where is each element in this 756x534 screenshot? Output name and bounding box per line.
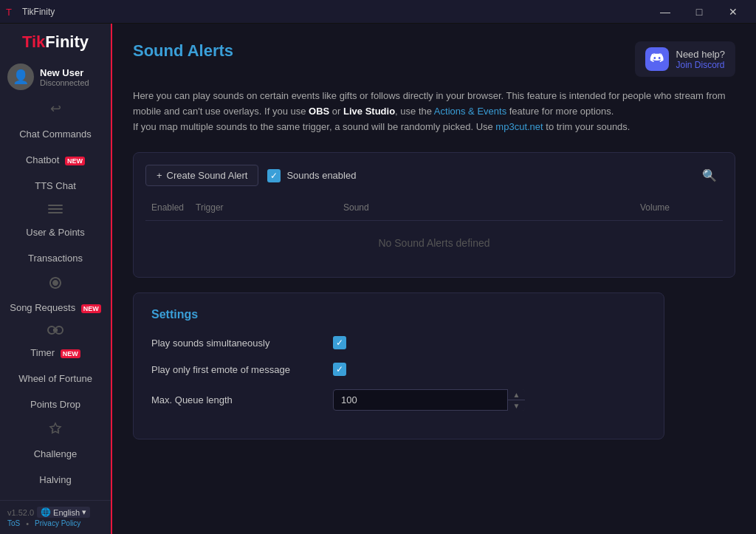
- privacy-link[interactable]: Privacy Policy: [35, 519, 80, 528]
- col-trigger: Trigger: [190, 199, 337, 216]
- settings-panel: Settings Play sounds simultaneously ✓ Pl…: [133, 292, 664, 439]
- col-volume: Volume: [634, 199, 723, 216]
- settings-title: Settings: [151, 308, 646, 321]
- sidebar-divider-4: [0, 321, 111, 340]
- timer-badge: NEW: [61, 349, 80, 358]
- window-title: TikFinity: [22, 7, 648, 17]
- sidebar-item-chat-commands[interactable]: Chat Commands: [0, 121, 111, 147]
- queue-length-input[interactable]: [333, 389, 525, 411]
- language-selector[interactable]: 🌐 English ▾: [37, 507, 90, 518]
- page-title: Sound Alerts: [133, 41, 233, 61]
- window-controls: — □ ✕: [648, 0, 750, 24]
- sounds-enabled-checkbox[interactable]: ✓: [267, 169, 281, 182]
- create-label: Create Sound Alert: [167, 170, 248, 181]
- sidebar-label-user-points: User & Points: [26, 227, 84, 238]
- help-box: Need help? Join Discord: [635, 41, 736, 77]
- sidebar-item-user-points[interactable]: User & Points: [0, 219, 111, 245]
- version-number: v1.52.0: [7, 508, 34, 517]
- svg-rect-1: [48, 205, 63, 206]
- need-help-label: Need help?: [676, 49, 726, 60]
- titlebar: T TikFinity — □ ✕: [0, 0, 756, 24]
- sidebar-item-points-drop[interactable]: Points Drop: [0, 391, 111, 417]
- discord-icon: [645, 47, 669, 71]
- song-requests-badge: NEW: [81, 304, 101, 313]
- table-body: No Sound Alerts defined: [145, 221, 723, 265]
- panel-toolbar: + Create Sound Alert ✓ Sounds enabled 🔍: [145, 165, 723, 186]
- sidebar-label-song-requests: Song Requests: [10, 302, 75, 313]
- play-simultaneously-label: Play sounds simultaneously: [151, 338, 321, 349]
- svg-rect-6: [53, 329, 58, 332]
- sounds-enabled-label[interactable]: ✓ Sounds enabled: [267, 169, 356, 182]
- svg-rect-2: [48, 208, 63, 210]
- create-sound-alert-button[interactable]: + Create Sound Alert: [145, 165, 258, 186]
- sidebar-divider-5: [0, 417, 111, 441]
- brand-finity: Finity: [45, 32, 89, 51]
- sidebar-item-wheel-of-fortune[interactable]: Wheel of Fortune: [0, 366, 111, 391]
- first-emote-label: Play only first emote of message: [151, 364, 321, 375]
- spinner-down-button[interactable]: ▼: [508, 400, 525, 411]
- minimize-button[interactable]: —: [648, 0, 682, 24]
- page-header: Sound Alerts Need help? Join Discord: [133, 41, 735, 77]
- mp3cut-link[interactable]: mp3cut.net: [495, 121, 543, 132]
- sounds-enabled-text: Sounds enabled: [286, 170, 356, 181]
- svg-text:T: T: [6, 7, 12, 18]
- user-section: 👤 New User Disconnected: [0, 58, 111, 96]
- sidebar-label-points-drop: Points Drop: [30, 399, 80, 410]
- close-button[interactable]: ✕: [716, 0, 750, 24]
- user-name: New User: [40, 67, 103, 78]
- sidebar-item-song-requests[interactable]: Song Requests NEW: [0, 295, 111, 321]
- user-info: New User Disconnected: [40, 67, 103, 87]
- chevron-down-icon: ▾: [82, 507, 86, 517]
- play-simultaneously-checkbox-label[interactable]: ✓: [333, 336, 346, 349]
- main-content: Sound Alerts Need help? Join Discord Her…: [112, 24, 756, 534]
- actions-events-link[interactable]: Actions & Events: [434, 106, 506, 117]
- avatar: 👤: [7, 64, 34, 90]
- search-button[interactable]: 🔍: [696, 165, 723, 185]
- app-icon: T: [6, 6, 18, 18]
- sidebar-divider-2: [0, 199, 111, 219]
- discord-link[interactable]: Join Discord: [676, 60, 726, 70]
- sidebar-label-tts-chat: TTS Chat: [35, 180, 76, 191]
- sidebar-item-challenge[interactable]: Challenge: [0, 441, 111, 467]
- sidebar-label-halving: Halving: [39, 474, 71, 485]
- setting-queue-length: Max. Queue length ▲ ▼: [151, 389, 646, 411]
- maximize-button[interactable]: □: [682, 0, 716, 24]
- footer-links: ToS • Privacy Policy: [7, 519, 103, 528]
- sidebar-item-tts-chat[interactable]: TTS Chat: [0, 173, 111, 199]
- svg-rect-3: [48, 212, 63, 213]
- language-label: English: [53, 508, 80, 517]
- empty-text: No Sound Alerts defined: [379, 237, 490, 249]
- tos-link[interactable]: ToS: [7, 519, 20, 528]
- first-emote-checkbox[interactable]: ✓: [333, 363, 346, 376]
- spinner-up-button[interactable]: ▲: [508, 389, 525, 400]
- table-header: Enabled Trigger Sound Volume: [145, 195, 723, 221]
- sidebar: TikFinity 👤 New User Disconnected ↩ Chat…: [0, 24, 112, 534]
- sidebar-item-halving[interactable]: Halving: [0, 467, 111, 493]
- app-body: TikFinity 👤 New User Disconnected ↩ Chat…: [0, 24, 756, 534]
- setting-play-simultaneously: Play sounds simultaneously ✓: [151, 336, 646, 349]
- sidebar-item-transactions[interactable]: Transactions: [0, 245, 111, 271]
- sidebar-footer: v1.52.0 🌐 English ▾ ToS • Privacy Policy: [0, 500, 111, 534]
- sidebar-item-timer[interactable]: Timer NEW: [0, 340, 111, 366]
- page-description: Here you can play sounds on certain even…: [133, 89, 735, 134]
- sidebar-label-timer: Timer: [30, 347, 55, 358]
- sidebar-divider-3: [0, 271, 111, 295]
- user-status: Disconnected: [40, 78, 103, 87]
- help-text-block: Need help? Join Discord: [676, 49, 726, 70]
- first-emote-checkbox-label[interactable]: ✓: [333, 363, 346, 376]
- footer-separator: •: [26, 519, 29, 528]
- play-simultaneously-checkbox[interactable]: ✓: [333, 336, 346, 349]
- sidebar-divider-1: ↩: [0, 96, 111, 121]
- sidebar-item-chatbot[interactable]: Chatbot NEW: [0, 147, 111, 173]
- obs-text: OBS: [309, 106, 329, 117]
- globe-icon: 🌐: [41, 507, 51, 517]
- sidebar-label-transactions: Transactions: [28, 253, 83, 264]
- brand-tik: Tik: [22, 32, 45, 51]
- chatbot-badge: NEW: [65, 157, 85, 165]
- version-row: v1.52.0 🌐 English ▾: [7, 507, 103, 518]
- sidebar-label-chat-commands: Chat Commands: [19, 129, 92, 140]
- queue-length-input-wrapper: ▲ ▼: [333, 389, 525, 411]
- sidebar-label-chatbot: Chatbot: [26, 154, 60, 165]
- queue-length-label: Max. Queue length: [151, 394, 321, 405]
- create-icon: +: [157, 170, 162, 181]
